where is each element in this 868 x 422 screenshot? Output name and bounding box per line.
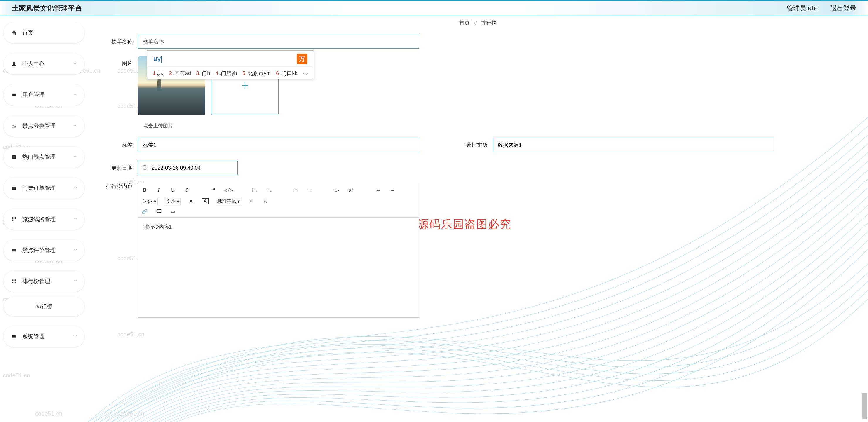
sidebar-item-label: 景点评价管理	[22, 247, 56, 254]
ime-candidate[interactable]: 2.辛苦ad	[169, 70, 191, 77]
sidebar-item-home[interactable]: 首页	[3, 22, 85, 43]
svg-rect-18	[12, 335, 17, 336]
route-icon	[10, 216, 18, 222]
breadcrumb-current: 排行榜	[481, 20, 497, 26]
bg-color-button[interactable]: A	[202, 198, 209, 204]
quote-button[interactable]: ❝	[210, 186, 217, 194]
svg-point-0	[13, 62, 15, 64]
rank-icon	[10, 279, 18, 284]
logout-link[interactable]: 退出登录	[831, 4, 856, 12]
code-button[interactable]: </>	[224, 188, 231, 193]
underline-button[interactable]: U	[169, 188, 176, 193]
category-icon	[10, 123, 18, 129]
label-content: 排行榜内容	[100, 183, 138, 190]
sidebar-item-label: 景点分类管理	[22, 122, 56, 130]
italic-button[interactable]: I	[155, 188, 162, 193]
person-icon	[10, 61, 18, 67]
ime-candidate[interactable]: 4.门店yh	[215, 70, 237, 77]
svg-rect-17	[15, 282, 16, 283]
sidebar: 首页 个人中心 ﹀ 用户管理 ﹀ 景点分类管理 ﹀ 热门景点管理 ﹀ 门票订单管…	[0, 17, 88, 422]
ime-prev-icon[interactable]: ‹	[303, 70, 304, 76]
clear-format-button[interactable]: Ix	[262, 198, 269, 204]
svg-rect-1	[12, 94, 17, 95]
sidebar-item-hotspot[interactable]: 热门景点管理 ﹀	[3, 147, 85, 168]
subscript-button[interactable]: x₂	[333, 188, 340, 193]
sidebar-item-routes[interactable]: 旅游线路管理 ﹀	[3, 209, 85, 230]
bold-button[interactable]: B	[141, 188, 148, 193]
home-icon	[10, 30, 18, 36]
superscript-button[interactable]: x²	[347, 188, 354, 193]
gear-icon	[10, 333, 18, 339]
svg-rect-15	[15, 279, 16, 281]
svg-point-4	[14, 126, 16, 128]
video-button[interactable]: ▭	[169, 209, 176, 214]
source-input[interactable]	[493, 138, 774, 152]
sidebar-item-category[interactable]: 景点分类管理 ﹀	[3, 116, 85, 136]
sidebar-item-label: 系统管理	[22, 333, 44, 340]
sidebar-subitem-label: 排行榜	[36, 303, 52, 310]
breadcrumb-home[interactable]: 首页	[459, 20, 470, 26]
sidebar-item-profile[interactable]: 个人中心 ﹀	[3, 53, 85, 74]
ime-next-icon[interactable]: ›	[306, 70, 308, 76]
clock-icon	[142, 165, 148, 171]
breadcrumb: 首页 // 排行榜	[100, 19, 856, 26]
ticket-icon	[10, 185, 18, 191]
svg-rect-12	[12, 220, 13, 221]
upload-tip: 点击上传图片	[143, 123, 856, 129]
sidebar-item-users[interactable]: 用户管理 ﹀	[3, 85, 85, 105]
svg-rect-16	[12, 282, 13, 283]
unordered-list-button[interactable]: ≣	[306, 188, 313, 193]
image-button[interactable]: 🖼	[155, 209, 162, 214]
h1-button[interactable]: H₁	[251, 188, 258, 193]
grid-icon	[10, 154, 18, 160]
label-date: 更新日期	[100, 161, 138, 171]
svg-rect-5	[12, 155, 14, 157]
ime-candidate[interactable]: 3.门h	[196, 70, 210, 77]
style-select[interactable]: 文本▾	[165, 198, 181, 205]
svg-rect-13	[12, 249, 16, 252]
chevron-down-icon: ﹀	[73, 279, 78, 284]
svg-rect-19	[12, 336, 17, 337]
chevron-down-icon: ﹀	[73, 61, 78, 67]
svg-rect-2	[12, 95, 17, 96]
chevron-down-icon: ﹀	[73, 248, 78, 253]
font-family-select[interactable]: 标准字体▾	[216, 198, 241, 205]
editor-body[interactable]: 排行榜内容1	[138, 218, 419, 317]
ordered-list-button[interactable]: ≡	[292, 188, 300, 193]
ime-candidate[interactable]: 5.北京市ym	[242, 70, 271, 77]
scrollbar-thumb[interactable]	[862, 393, 867, 419]
align-button[interactable]: ≡	[248, 199, 255, 204]
text-color-button[interactable]: A	[188, 199, 195, 204]
label-tag: 标签	[100, 138, 138, 149]
svg-rect-10	[12, 217, 13, 219]
indent-left-button[interactable]: ⇤	[374, 188, 381, 193]
sidebar-item-ranking[interactable]: 排行榜管理 ﹀	[3, 271, 85, 292]
sidebar-subitem-ranking[interactable]: 排行榜	[3, 297, 85, 316]
sidebar-item-label: 旅游线路管理	[22, 216, 56, 223]
sidebar-item-label: 热门景点管理	[22, 153, 56, 161]
ime-candidate[interactable]: 6.门口kk	[276, 70, 297, 77]
h2-button[interactable]: H₂	[266, 188, 272, 193]
strike-button[interactable]: S	[183, 188, 190, 193]
admin-label[interactable]: 管理员 abo	[787, 4, 819, 12]
link-button[interactable]: 🔗	[141, 209, 148, 214]
sidebar-item-label: 用户管理	[22, 91, 44, 99]
sidebar-item-label: 排行榜管理	[22, 278, 50, 285]
label-image: 图片	[100, 56, 138, 67]
users-icon	[10, 92, 18, 98]
name-input[interactable]	[138, 35, 419, 48]
ime-candidate[interactable]: 1.六	[153, 70, 164, 77]
ime-logo-icon: 万	[297, 54, 307, 64]
indent-right-button[interactable]: ⇥	[389, 188, 396, 193]
tag-input[interactable]	[138, 138, 419, 152]
sidebar-item-orders[interactable]: 门票订单管理 ﹀	[3, 177, 85, 199]
sidebar-item-reviews[interactable]: 景点评价管理 ﹀	[3, 240, 85, 261]
ime-popup[interactable]: uy 万 1.六 2.辛苦ad 3.门h 4.门店yh 5.北京市ym 6.门口…	[147, 51, 314, 79]
font-size-select[interactable]: 14px▾	[141, 198, 158, 205]
ime-candidates[interactable]: 1.六 2.辛苦ad 3.门h 4.门店yh 5.北京市ym 6.门口kk ‹ …	[147, 67, 314, 79]
ime-input-text: uy	[153, 55, 161, 62]
date-input[interactable]	[138, 161, 238, 175]
content: 首页 // 排行榜 榜单名称 uy 万 1.六 2.辛苦ad 3.门h 4.门店…	[88, 17, 868, 422]
sidebar-item-system[interactable]: 系统管理 ﹀	[3, 326, 85, 347]
svg-rect-11	[15, 217, 16, 219]
